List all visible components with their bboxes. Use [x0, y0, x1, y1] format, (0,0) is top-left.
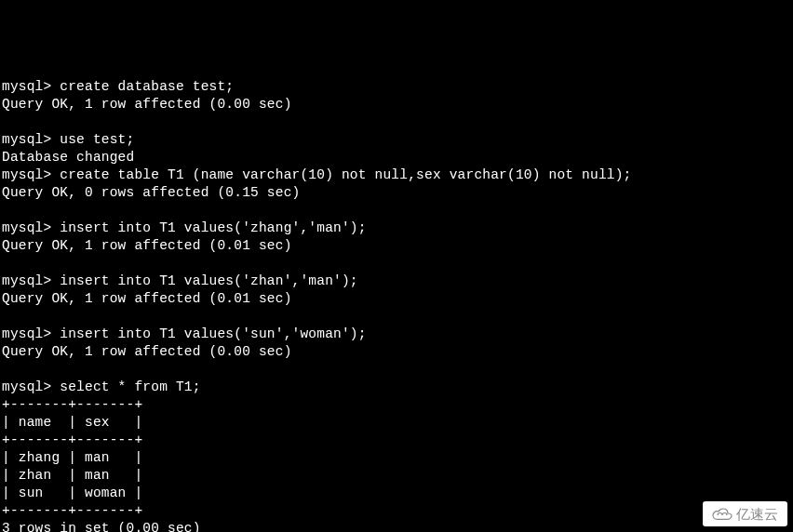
table-border: +-------+-------+	[2, 397, 142, 412]
result-create-table: Query OK, 0 rows affected (0.15 sec)	[2, 185, 300, 200]
command-create-table: create table T1 (name varchar(10) not nu…	[60, 167, 631, 182]
prompt: mysql>	[2, 132, 60, 147]
command-insert2: insert into T1 values('zhan','man');	[60, 273, 357, 288]
table-footer: 3 rows in set (0.00 sec)	[2, 521, 201, 532]
prompt: mysql>	[2, 326, 60, 341]
command-select: select * from T1;	[60, 379, 200, 394]
prompt: mysql>	[2, 79, 60, 94]
table-border: +-------+-------+	[2, 432, 142, 447]
result-create-db: Query OK, 1 row affected (0.00 sec)	[2, 97, 292, 112]
result-insert2: Query OK, 1 row affected (0.01 sec)	[2, 291, 292, 306]
table-border: +-------+-------+	[2, 503, 142, 518]
result-insert3: Query OK, 1 row affected (0.00 sec)	[2, 344, 292, 359]
terminal-output[interactable]: mysql> create database test; Query OK, 1…	[2, 78, 791, 532]
table-row: | zhan | man |	[2, 468, 142, 483]
table-row: | zhang | man |	[2, 450, 142, 465]
table-row: | sun | woman |	[2, 485, 142, 500]
cloud-icon	[712, 508, 733, 521]
prompt: mysql>	[2, 167, 60, 182]
command-create-db: create database test;	[60, 79, 234, 94]
result-insert1: Query OK, 1 row affected (0.01 sec)	[2, 238, 292, 253]
command-insert3: insert into T1 values('sun','woman');	[60, 326, 366, 341]
command-use-db: use test;	[60, 132, 134, 147]
command-insert1: insert into T1 values('zhang','man');	[60, 220, 366, 235]
table-header: | name | sex |	[2, 415, 142, 430]
prompt: mysql>	[2, 220, 60, 235]
prompt: mysql>	[2, 273, 60, 288]
watermark-text: 亿速云	[736, 505, 778, 523]
result-use-db: Database changed	[2, 150, 134, 165]
prompt: mysql>	[2, 379, 60, 394]
watermark: 亿速云	[703, 501, 787, 526]
